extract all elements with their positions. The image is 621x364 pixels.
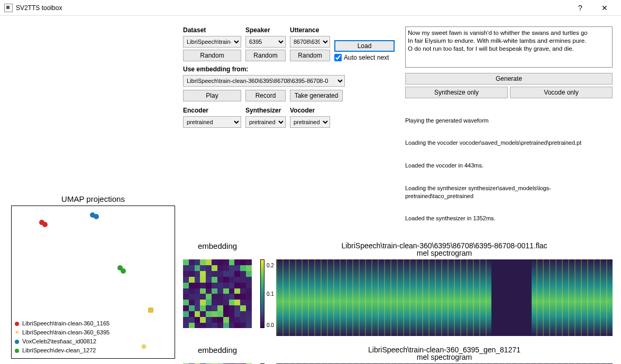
dataset-select[interactable]: LibriSpeech\train-cle bbox=[183, 36, 241, 48]
dataset-label: Dataset bbox=[183, 26, 241, 34]
embedding-heatmap-source bbox=[183, 259, 252, 328]
mel-spectrogram-source bbox=[276, 259, 613, 336]
speaker-select[interactable]: 6395 bbox=[245, 36, 286, 48]
colorbar: 0.2 0.1 0.0 bbox=[260, 259, 271, 328]
auto-select-next-checkbox[interactable]: Auto select next bbox=[334, 54, 395, 61]
take-generated-button[interactable]: Take generated bbox=[290, 90, 343, 101]
encoder-select[interactable]: pretrained bbox=[183, 116, 241, 128]
mel-spectrogram-label: mel spectrogram bbox=[276, 353, 613, 361]
umap-point bbox=[94, 214, 99, 219]
vocoder-select[interactable]: pretrained bbox=[290, 116, 330, 128]
window-title: SV2TTS toolbox bbox=[16, 4, 62, 12]
vocode-only-button[interactable]: Vocode only bbox=[510, 87, 613, 98]
titlebar: SV2TTS toolbox ? ✕ bbox=[0, 0, 621, 16]
mel-spectrogram-label: mel spectrogram bbox=[276, 249, 613, 257]
legend-label: VoxCeleb2\test\aac_id00812 bbox=[22, 337, 96, 346]
umap-point bbox=[42, 222, 48, 227]
load-button[interactable]: Load bbox=[334, 40, 395, 52]
legend-label: LibriSpeech\dev-clean_1272 bbox=[22, 346, 96, 355]
text-input[interactable] bbox=[405, 26, 613, 68]
use-embedding-label: Use embedding from: bbox=[183, 66, 395, 73]
encoder-label: Encoder bbox=[183, 107, 241, 114]
utterance-select[interactable]: 86708\6395 bbox=[290, 36, 330, 48]
help-button[interactable]: ? bbox=[568, 0, 592, 16]
umap-plot: ✳ LibriSpeech\train-clean-360_1165 ×Libr… bbox=[11, 206, 175, 359]
app-icon bbox=[4, 4, 13, 12]
vocoder-label: Vocoder bbox=[290, 107, 330, 114]
speaker-label: Speaker bbox=[245, 26, 286, 34]
umap-title: UMAP projections bbox=[61, 194, 125, 203]
dataset-random-button[interactable]: Random bbox=[183, 50, 241, 61]
speaker-random-button[interactable]: Random bbox=[245, 50, 286, 61]
embedding-title: embedding bbox=[183, 346, 252, 354]
utterance-random-button[interactable]: Random bbox=[290, 50, 330, 61]
umap-point: ✳ bbox=[141, 342, 147, 351]
use-embedding-select[interactable]: LibriSpeech\train-clean-360\6395\86708\6… bbox=[183, 75, 345, 87]
umap-legend: LibriSpeech\train-clean-360_1165 ×LibriS… bbox=[15, 319, 109, 355]
utterance-label: Utterance bbox=[290, 26, 330, 34]
legend-label: LibriSpeech\train-clean-360_1165 bbox=[22, 319, 109, 328]
umap-point bbox=[148, 307, 153, 313]
synthesizer-label: Synthesizer bbox=[245, 107, 286, 114]
umap-point bbox=[121, 268, 126, 274]
record-button[interactable]: Record bbox=[245, 90, 286, 101]
synthesize-only-button[interactable]: Synthesize only bbox=[405, 87, 508, 98]
log-output: Playing the generated waveform Loading t… bbox=[405, 101, 613, 237]
embedding-title: embedding bbox=[183, 241, 252, 250]
synthesizer-select[interactable]: pretrained bbox=[245, 116, 286, 128]
generate-button[interactable]: Generate bbox=[405, 73, 613, 85]
close-button[interactable]: ✕ bbox=[592, 0, 617, 16]
legend-label: LibriSpeech\train-clean-360_6395 bbox=[22, 328, 109, 337]
play-button[interactable]: Play bbox=[183, 90, 241, 101]
